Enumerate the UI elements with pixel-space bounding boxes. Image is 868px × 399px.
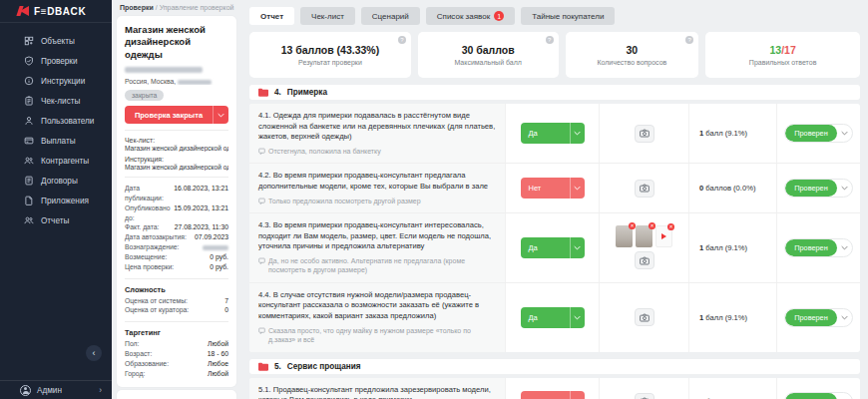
answer-comment: Только предложила посмотреть другой разм… bbox=[258, 197, 496, 205]
stat-label: Количество вопросов bbox=[597, 59, 666, 66]
video-thumbnail[interactable]: ✕ bbox=[655, 225, 672, 247]
checklist-row: 5.1. Продавец-консультант предложила зар… bbox=[249, 378, 860, 399]
answer-dropdown[interactable]: Да bbox=[521, 307, 585, 328]
store-title: Магазин женской дизайнерской одежды bbox=[125, 24, 228, 61]
answer-cell: Нет bbox=[505, 378, 599, 399]
admin-bar[interactable]: Админ › bbox=[0, 380, 112, 399]
sidebar-item-objects[interactable]: Объекты bbox=[0, 31, 112, 51]
photo-thumbnail[interactable]: ✕ bbox=[616, 225, 633, 247]
status-dropdown[interactable]: Проверен bbox=[784, 179, 852, 198]
question-text: 4.2. Во время примерки продавец-консульт… bbox=[258, 171, 496, 192]
field-row: Дата публикации:16.08.2023, 13:21 bbox=[125, 184, 228, 203]
admin-avatar-icon bbox=[20, 385, 31, 396]
stat-value: 13 баллов (43.33%) bbox=[281, 44, 380, 56]
sidebar-menu: Объекты Проверки Инструкции Чек-листы По… bbox=[0, 23, 112, 380]
sidebar-item-checks[interactable]: Проверки bbox=[0, 51, 112, 71]
status-dropdown[interactable]: Проверен bbox=[784, 308, 852, 327]
close-inspection-button[interactable]: Проверка закрыта bbox=[125, 106, 228, 124]
tab-scenario[interactable]: Сценарий bbox=[361, 7, 420, 25]
store-location: Россия, Москва, bbox=[125, 78, 228, 85]
camera-button[interactable] bbox=[635, 125, 654, 143]
status-cell: Проверен bbox=[776, 213, 860, 282]
answer-dropdown[interactable]: Да bbox=[521, 237, 585, 258]
delete-badge-icon[interactable]: ✕ bbox=[667, 223, 674, 230]
tab-applications[interactable]: Список заявок1 bbox=[426, 7, 515, 25]
section-number: 4. bbox=[274, 88, 281, 97]
sidebar-item-reports[interactable]: Отчеты bbox=[0, 210, 112, 230]
section-header-farewell: 5. Сервис прощания bbox=[249, 359, 860, 374]
stat-value: 30 bbox=[627, 44, 639, 56]
field-row: Возмещение:0 руб. bbox=[125, 252, 228, 262]
sidebar-item-attachments[interactable]: Приложения bbox=[0, 191, 112, 210]
chevron-down-icon bbox=[837, 186, 852, 191]
field-row: Факт. дата:27.08.2023, 11:30 bbox=[125, 222, 228, 232]
photo-thumbnail[interactable]: ✕ bbox=[636, 225, 652, 247]
chevron-down-icon bbox=[570, 237, 585, 258]
stat-label: Максимальный балл bbox=[454, 59, 521, 66]
chevron-right-icon: › bbox=[99, 386, 102, 395]
sidebar-item-checklists[interactable]: Чек-листы bbox=[0, 91, 112, 111]
status-dropdown[interactable]: Проверен bbox=[784, 238, 852, 257]
delete-badge-icon[interactable]: ✕ bbox=[649, 222, 655, 229]
media-cell: ✕ ✕ ✕ bbox=[599, 213, 688, 282]
tab-checklist[interactable]: Чек-лист bbox=[300, 7, 355, 25]
answer-dropdown[interactable]: Да bbox=[521, 123, 585, 144]
question-cell: 4.3. Во время примерки продавец-консульт… bbox=[249, 213, 505, 282]
stat-max-score: ? 30 баллов Максимальный балл bbox=[418, 32, 559, 78]
chevron-down-icon bbox=[837, 131, 852, 136]
camera-button[interactable] bbox=[635, 251, 654, 269]
redacted-text bbox=[178, 80, 212, 85]
folder-icon bbox=[258, 88, 268, 97]
status-dropdown[interactable]: Проверен bbox=[784, 124, 852, 143]
question-text: 4.4. В случае отсутствия нужной модели/р… bbox=[258, 290, 496, 322]
sidebar-item-instructions[interactable]: Инструкции bbox=[0, 71, 112, 91]
field-row: Пол:Любой bbox=[125, 339, 228, 349]
comment-icon bbox=[258, 257, 265, 264]
comment-icon bbox=[258, 148, 265, 155]
tab-mystery-shoppers[interactable]: Тайные покупатели bbox=[521, 7, 615, 25]
sidebar-item-label: Договоры bbox=[41, 177, 78, 186]
help-icon[interactable]: ? bbox=[398, 36, 406, 44]
sidebar-collapse-button[interactable]: ‹ bbox=[86, 345, 102, 361]
sidebar-item-label: Инструкции bbox=[41, 77, 85, 86]
stat-result: ? 13 баллов (43.33%) Результат проверки bbox=[249, 32, 411, 78]
breadcrumb-section[interactable]: Проверки bbox=[120, 4, 154, 11]
tab-report[interactable]: Отчет bbox=[249, 7, 294, 25]
delete-badge-icon[interactable]: ✕ bbox=[629, 222, 636, 229]
question-text: 4.3. Во время примерки продавец-консульт… bbox=[258, 220, 496, 252]
sidebar-item-payments[interactable]: Выплаты bbox=[0, 131, 112, 151]
media-cell bbox=[599, 283, 688, 352]
question-cell: 5.1. Продавец-консультант предложила зар… bbox=[249, 378, 505, 399]
help-icon[interactable]: ? bbox=[546, 36, 554, 44]
sidebar-item-label: Объекты bbox=[41, 37, 75, 46]
status-dropdown[interactable]: Проверен bbox=[784, 392, 852, 399]
field-row: Город:Любой bbox=[125, 369, 228, 379]
chevron-down-icon bbox=[570, 391, 585, 399]
answer-cell: Нет bbox=[505, 164, 599, 212]
chevron-down-icon[interactable] bbox=[213, 106, 228, 124]
question-cell: 4.4. В случае отсутствия нужной модели/р… bbox=[249, 283, 505, 352]
app-root: F≡DBACK Объекты Проверки Инструкции Чек-… bbox=[0, 0, 868, 399]
section-number: 5. bbox=[274, 362, 281, 371]
sidebar-item-contracts[interactable]: Договоры bbox=[0, 171, 112, 191]
assignee-card: Ирина проверка оплачена +7977 Аннулирова… bbox=[117, 390, 236, 399]
camera-button[interactable] bbox=[635, 393, 654, 399]
checklist-link[interactable]: Магазин женской дизайнерской одежды bbox=[125, 145, 228, 152]
card-icon bbox=[24, 136, 34, 146]
answer-dropdown[interactable]: Нет bbox=[521, 178, 585, 199]
info-icon bbox=[24, 76, 34, 86]
sidebar: F≡DBACK Объекты Проверки Инструкции Чек-… bbox=[0, 0, 112, 399]
section-title: Сервис прощания bbox=[287, 362, 361, 371]
help-icon[interactable]: ? bbox=[685, 36, 693, 44]
file-icon bbox=[24, 196, 34, 205]
camera-button[interactable] bbox=[635, 308, 654, 326]
camera-button[interactable] bbox=[635, 180, 654, 198]
sidebar-item-contractors[interactable]: Контрагенты bbox=[0, 151, 112, 171]
sidebar-item-users[interactable]: Пользователи bbox=[0, 111, 112, 131]
instruction-link[interactable]: Магазин женской дизайнерской одежды bbox=[125, 164, 228, 171]
user-icon bbox=[24, 116, 34, 126]
breadcrumb-separator: / bbox=[156, 4, 158, 11]
answer-dropdown[interactable]: Нет bbox=[521, 391, 585, 399]
score-cell: 1 балл (9.1%) bbox=[688, 283, 776, 352]
breadcrumb-page: Управление проверкой bbox=[160, 4, 234, 11]
